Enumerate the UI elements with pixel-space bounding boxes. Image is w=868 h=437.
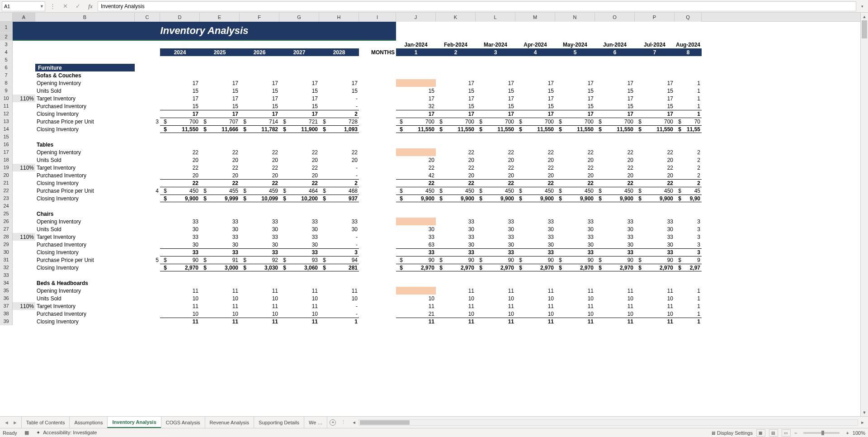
cell[interactable]	[135, 279, 160, 287]
cell[interactable]	[359, 218, 396, 225]
value-cell[interactable]: 17	[436, 95, 476, 102]
cell[interactable]	[555, 133, 595, 141]
value-cell[interactable]: 20	[240, 156, 279, 164]
value-cell[interactable]: 11	[515, 318, 555, 325]
cell[interactable]	[13, 79, 35, 87]
value-cell[interactable]: 1	[675, 87, 702, 95]
value-cell[interactable]: 90	[603, 256, 635, 264]
value-cell[interactable]: 30	[240, 241, 279, 248]
cell[interactable]: $707	[200, 118, 240, 125]
currency-symbol[interactable]: $	[279, 187, 288, 195]
col-header-E[interactable]: E	[200, 13, 240, 22]
pct-cell[interactable]: 110%	[13, 302, 35, 310]
value-cell[interactable]: 2,970	[563, 264, 595, 271]
value-cell[interactable]: 33	[396, 248, 436, 256]
value-cell[interactable]: -	[319, 171, 359, 179]
value-cell[interactable]: 2	[675, 148, 702, 156]
cell[interactable]	[13, 202, 35, 210]
col-header-D[interactable]: D	[160, 13, 200, 22]
cell[interactable]	[635, 279, 675, 287]
row-header[interactable]: 35	[0, 287, 13, 294]
highlight-cell[interactable]	[396, 148, 436, 156]
value-cell[interactable]: 450	[643, 187, 675, 195]
value-cell[interactable]: 20	[436, 171, 476, 179]
cell[interactable]	[595, 271, 635, 279]
value-cell[interactable]: 11	[635, 318, 675, 325]
currency-symbol[interactable]: $	[595, 118, 603, 125]
value-cell[interactable]: 22	[160, 148, 200, 156]
value-cell[interactable]: 33	[436, 218, 476, 225]
cell[interactable]	[13, 110, 35, 118]
add-sheet-button[interactable]: +	[327, 419, 338, 426]
month-header[interactable]: Mar-2024	[476, 41, 515, 48]
value-cell[interactable]: 30	[595, 241, 635, 248]
cell[interactable]	[13, 133, 35, 141]
value-cell[interactable]: 17	[200, 95, 240, 102]
row-label[interactable]: Units Sold	[35, 294, 135, 302]
value-cell[interactable]: 22	[240, 179, 279, 187]
cell[interactable]: $9,900	[436, 195, 476, 202]
cell[interactable]	[635, 64, 675, 71]
cell[interactable]	[200, 64, 240, 71]
cell[interactable]	[319, 202, 359, 210]
cell[interactable]	[135, 133, 160, 141]
value-cell[interactable]: 22	[319, 148, 359, 156]
currency-symbol[interactable]: $	[595, 195, 603, 202]
cell[interactable]	[359, 187, 396, 195]
cell[interactable]: $281	[319, 264, 359, 271]
value-cell[interactable]: 32	[396, 102, 436, 110]
month-num[interactable]: 5	[555, 48, 595, 56]
split-handle[interactable]: ⋮	[47, 1, 58, 11]
cell[interactable]	[240, 271, 279, 279]
cell[interactable]	[635, 56, 675, 64]
value-cell[interactable]: 700	[603, 118, 635, 125]
value-cell[interactable]: 17	[436, 79, 476, 87]
value-cell[interactable]: 1	[675, 102, 702, 110]
cell[interactable]	[436, 271, 476, 279]
currency-symbol[interactable]: $	[515, 256, 524, 264]
value-cell[interactable]: 700	[563, 118, 595, 125]
value-cell[interactable]: 20	[595, 156, 635, 164]
cell[interactable]	[555, 22, 595, 33]
month-num[interactable]: 2	[436, 48, 476, 56]
cell[interactable]	[555, 210, 595, 218]
row-label[interactable]: Units Sold	[35, 225, 135, 233]
currency-symbol[interactable]: $	[200, 187, 208, 195]
cell[interactable]	[436, 64, 476, 71]
row-header[interactable]: 14	[0, 125, 13, 133]
cell[interactable]	[396, 271, 436, 279]
value-cell[interactable]: 22	[595, 179, 635, 187]
currency-symbol[interactable]: $	[436, 256, 444, 264]
currency-symbol[interactable]: $	[476, 118, 484, 125]
title-banner-cell[interactable]: Inventory Analysis	[13, 22, 396, 40]
cell[interactable]	[555, 141, 595, 148]
row-label[interactable]: Purchased Inventory	[35, 241, 135, 248]
section-furniture[interactable]: Furniture	[35, 64, 135, 71]
value-cell[interactable]: 94	[327, 256, 359, 264]
value-cell[interactable]: 22	[515, 148, 555, 156]
row-label[interactable]: Opening Inventory	[35, 218, 135, 225]
value-cell[interactable]: 1	[675, 318, 702, 325]
cell[interactable]	[35, 48, 135, 56]
value-cell[interactable]: 10	[476, 294, 515, 302]
cell[interactable]	[595, 202, 635, 210]
currency-symbol[interactable]: $	[279, 264, 288, 271]
cell[interactable]	[160, 71, 200, 79]
sheet-tab[interactable]: We …	[304, 417, 327, 428]
value-cell[interactable]: 22	[160, 179, 200, 187]
horizontal-scrollbar[interactable]: ◄ ►	[349, 419, 868, 426]
value-cell[interactable]: 17	[476, 95, 515, 102]
cell[interactable]	[160, 279, 200, 287]
cell[interactable]: $450	[160, 187, 200, 195]
cell[interactable]	[359, 310, 396, 318]
value-cell[interactable]: 17	[555, 95, 595, 102]
cell[interactable]	[135, 248, 160, 256]
value-cell[interactable]: 15	[279, 102, 319, 110]
row-header[interactable]: 27	[0, 225, 13, 233]
col-header-B[interactable]: B	[35, 13, 135, 22]
value-cell[interactable]: 17	[515, 79, 555, 87]
group-index[interactable]: 3	[135, 118, 160, 125]
value-cell[interactable]: 20	[319, 156, 359, 164]
row-label[interactable]: Purchase Price per Unit	[35, 256, 135, 264]
cell[interactable]	[135, 56, 160, 64]
